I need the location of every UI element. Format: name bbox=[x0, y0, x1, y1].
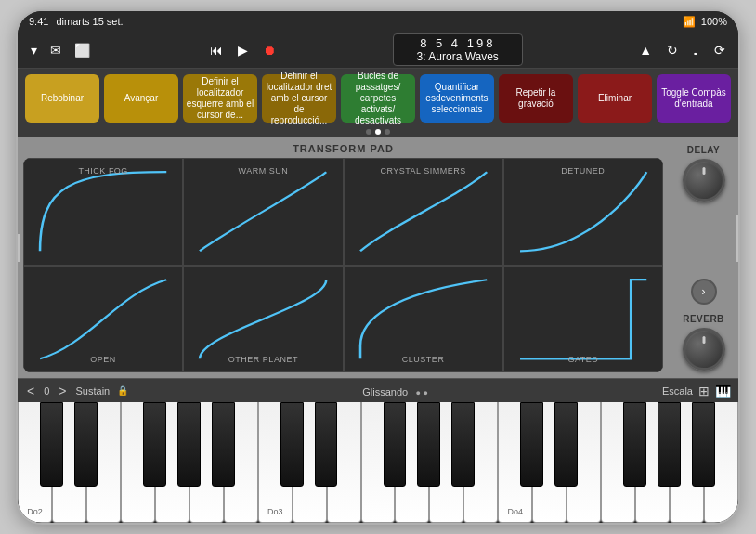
action-btn-5[interactable]: Quantificar esdeveniments seleccionats bbox=[420, 74, 494, 123]
black-key-1-3[interactable] bbox=[417, 402, 440, 487]
transform-pad-title: TRANSFORM PAD bbox=[23, 143, 663, 154]
ipad-frame: 9:41 dimarts 15 set. 📶 100% ▾ ✉ ⬜ ⏮ ▶ ⏺ … bbox=[16, 9, 740, 525]
action-buttons-bar: RebobinarAvançarDefinir el localitzador … bbox=[18, 69, 738, 126]
black-key-2-2[interactable] bbox=[623, 402, 646, 487]
dot-3[interactable] bbox=[385, 129, 390, 135]
sustain-label: Sustain bbox=[76, 385, 111, 397]
email-icon[interactable]: ✉ bbox=[46, 41, 65, 59]
bottom-right: Escala ⊞ 🎹 bbox=[662, 384, 731, 398]
action-btn-3[interactable]: Definir el localitzador dret amb el curs… bbox=[262, 74, 336, 123]
black-key-0-2[interactable] bbox=[143, 402, 166, 487]
action-btn-4[interactable]: Bucles de passatges/ carpetes activats/ … bbox=[341, 74, 415, 123]
action-btn-6[interactable]: Repetir la gravació bbox=[499, 74, 573, 123]
reverb-knob[interactable] bbox=[683, 328, 725, 371]
black-key-1-1[interactable] bbox=[315, 402, 338, 487]
side-button-left[interactable] bbox=[16, 234, 20, 262]
repeat-icon[interactable]: ↻ bbox=[663, 41, 682, 59]
pad-cell-warm-sun[interactable]: WARM SUN bbox=[183, 158, 343, 266]
record-button[interactable]: ⏺ bbox=[259, 41, 280, 59]
bottom-controls: < 0 > Sustain 🔒 Glissando ● ● Escala ⊞ 🎹 bbox=[18, 378, 738, 402]
black-key-0-3[interactable] bbox=[177, 402, 201, 487]
pad-cell-open[interactable]: OPEN bbox=[23, 266, 183, 373]
black-key-1-0[interactable] bbox=[280, 402, 304, 487]
delay-section: DELAY bbox=[683, 145, 725, 202]
action-btn-0[interactable]: Rebobinar bbox=[25, 74, 99, 123]
rewind-button[interactable]: ⏮ bbox=[206, 41, 227, 59]
black-key-0-1[interactable] bbox=[74, 402, 98, 487]
main-content: TRANSFORM PAD THICK FOGWARM SUNCRYSTAL S… bbox=[18, 137, 738, 378]
piano-area: Do2Do3Do4 bbox=[18, 402, 738, 523]
transport-display: 8 5 4 198 3: Aurora Waves bbox=[393, 33, 523, 66]
glissando-label: Glissando bbox=[362, 386, 408, 397]
right-panel: DELAY › REVERB bbox=[669, 137, 738, 378]
pad-cell-label-2: CRYSTAL SIMMERS bbox=[380, 166, 465, 176]
black-key-0-4[interactable] bbox=[212, 402, 235, 487]
date-label: dimarts 15 set. bbox=[56, 16, 123, 27]
action-btn-8[interactable]: Toggle Compàs d'entrada bbox=[657, 74, 731, 123]
delay-label: DELAY bbox=[687, 145, 720, 155]
dot-1[interactable] bbox=[366, 129, 371, 135]
pad-cell-crystal-simmers[interactable]: CRYSTAL SIMMERS bbox=[344, 158, 503, 266]
pad-cell-label-0: THICK FOG bbox=[78, 166, 128, 176]
black-key-1-2[interactable] bbox=[384, 402, 407, 487]
pad-cell-label-6: CLUSTER bbox=[402, 355, 445, 364]
pad-cell-label-7: GATED bbox=[567, 355, 598, 364]
grid-icon[interactable]: ⊞ bbox=[698, 384, 710, 398]
transform-pad[interactable]: THICK FOGWARM SUNCRYSTAL SIMMERSDETUNEDO… bbox=[23, 158, 663, 372]
pad-cell-gated[interactable]: GATED bbox=[503, 266, 663, 373]
track-name: 3: Aurora Waves bbox=[417, 50, 499, 63]
scala-label: Escala bbox=[662, 385, 693, 397]
black-key-2-0[interactable] bbox=[520, 402, 543, 487]
next-page-button[interactable]: > bbox=[57, 384, 68, 398]
delay-knob[interactable] bbox=[683, 159, 725, 202]
bottom-center: Glissando ● ● bbox=[136, 383, 655, 399]
pad-cell-label-5: OTHER PLANET bbox=[228, 355, 298, 364]
keyboard-icon[interactable]: 🎹 bbox=[715, 384, 731, 398]
action-btn-2[interactable]: Definir el localitzador esquerre amb el … bbox=[183, 74, 257, 123]
transport-right: ▲ ↻ ♩ ⟳ bbox=[635, 41, 729, 59]
up-arrow-icon[interactable]: ▲ bbox=[635, 41, 656, 59]
transport-numbers: 8 5 4 198 bbox=[420, 36, 495, 50]
pad-cell-cluster[interactable]: CLUSTER bbox=[344, 266, 503, 373]
action-btn-1[interactable]: Avançar bbox=[104, 74, 178, 123]
battery-label: 100% bbox=[701, 16, 727, 27]
page-dots bbox=[18, 126, 738, 137]
pad-cell-other-planet[interactable]: OTHER PLANET bbox=[183, 266, 343, 373]
black-key-2-1[interactable] bbox=[554, 402, 578, 487]
action-btn-7[interactable]: Eliminar bbox=[578, 74, 652, 123]
settings-icon[interactable]: ⟳ bbox=[710, 41, 729, 59]
transport-controls: ⏮ ▶ ⏺ bbox=[206, 41, 280, 59]
pad-cell-detuned[interactable]: DETUNED bbox=[503, 158, 663, 266]
pad-cell-label-4: OPEN bbox=[90, 355, 116, 364]
pad-cell-label-1: WARM SUN bbox=[239, 166, 289, 176]
lock-icon[interactable]: 🔒 bbox=[117, 385, 128, 396]
pad-cell-label-3: DETUNED bbox=[561, 166, 605, 176]
dot-2[interactable] bbox=[375, 129, 381, 135]
black-key-2-4[interactable] bbox=[692, 402, 715, 487]
status-bar: 9:41 dimarts 15 set. 📶 100% bbox=[18, 11, 738, 32]
metronome-icon[interactable]: ♩ bbox=[689, 41, 703, 59]
transport-bar: ▾ ✉ ⬜ ⏮ ▶ ⏺ 8 5 4 198 3: Aurora Waves ▲ … bbox=[18, 32, 738, 69]
black-key-1-4[interactable] bbox=[451, 402, 475, 487]
black-key-0-0[interactable] bbox=[40, 402, 63, 487]
reverb-label: REVERB bbox=[683, 314, 724, 324]
status-right: 📶 100% bbox=[683, 16, 727, 28]
transport-left: ▾ ✉ ⬜ bbox=[27, 41, 94, 59]
screen: 9:41 dimarts 15 set. 📶 100% ▾ ✉ ⬜ ⏮ ▶ ⏺ … bbox=[18, 11, 738, 523]
wifi-icon: 📶 bbox=[683, 16, 696, 28]
prev-page-button[interactable]: < bbox=[25, 384, 36, 398]
side-button-right[interactable] bbox=[736, 215, 740, 262]
status-left: 9:41 dimarts 15 set. bbox=[29, 16, 124, 27]
window-icon[interactable]: ⬜ bbox=[71, 41, 94, 59]
menu-icon[interactable]: ▾ bbox=[27, 41, 41, 59]
page-number: 0 bbox=[44, 385, 49, 397]
pad-cell-thick-fog[interactable]: THICK FOG bbox=[23, 158, 183, 266]
expand-button[interactable]: › bbox=[691, 279, 717, 305]
black-key-2-3[interactable] bbox=[658, 402, 681, 487]
reverb-section: REVERB bbox=[683, 314, 725, 371]
time-label: 9:41 bbox=[29, 16, 48, 27]
play-button[interactable]: ▶ bbox=[234, 41, 252, 59]
transform-pad-area: TRANSFORM PAD THICK FOGWARM SUNCRYSTAL S… bbox=[18, 137, 669, 378]
